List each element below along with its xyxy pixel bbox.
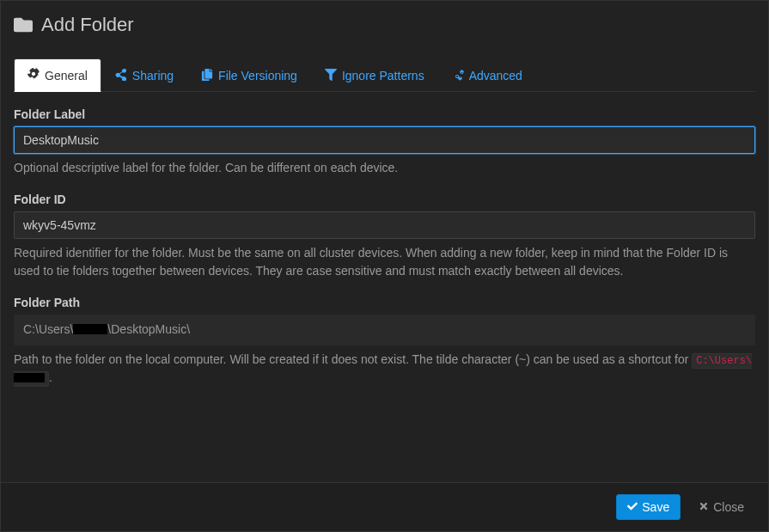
folder-path-prefix: C:\Users\ [23, 321, 73, 339]
dialog-footer: Save Close [1, 482, 768, 531]
copy-icon [201, 69, 213, 83]
cogs-icon [452, 69, 464, 83]
folder-path-help-text: Path to the folder on the local computer… [14, 352, 692, 366]
redacted-username [14, 373, 45, 382]
tab-general[interactable]: General [14, 58, 101, 92]
folder-id-help: Required identifier for the folder. Must… [14, 244, 755, 280]
share-icon [115, 69, 127, 83]
folder-path-help: Path to the folder on the local computer… [14, 351, 755, 387]
tab-advanced[interactable]: Advanced [438, 58, 536, 92]
folder-id-label: Folder ID [14, 193, 755, 206]
folder-id-input[interactable] [14, 211, 755, 239]
tab-ignore-patterns[interactable]: Ignore Patterns [311, 58, 438, 92]
check-icon [627, 500, 638, 514]
folder-path-suffix: \DesktopMusic\ [107, 321, 190, 339]
folder-path-display[interactable]: C:\Users\\DesktopMusic\ [14, 315, 755, 345]
folder-label-input[interactable] [14, 126, 755, 154]
tab-label: Advanced [469, 69, 522, 83]
gear-icon [27, 68, 40, 83]
tab-label: Sharing [132, 69, 174, 83]
folder-path-label: Folder Path [14, 296, 755, 309]
tab-label: Ignore Patterns [342, 69, 424, 83]
redacted-username [73, 324, 107, 334]
save-button[interactable]: Save [616, 494, 681, 520]
save-button-label: Save [642, 500, 669, 514]
tab-file-versioning[interactable]: File Versioning [187, 58, 311, 92]
add-folder-dialog: Add Folder General Sharing File Versioni… [0, 0, 769, 532]
folder-label-help: Optional descriptive label for the folde… [14, 159, 755, 177]
folder-path-group: Folder Path C:\Users\\DesktopMusic\ Path… [14, 296, 755, 387]
close-button[interactable]: Close [687, 494, 755, 520]
close-button-label: Close [713, 500, 744, 514]
folder-id-group: Folder ID Required identifier for the fo… [14, 193, 755, 280]
folder-path-help-suffix: . [49, 370, 52, 384]
tab-sharing[interactable]: Sharing [101, 58, 187, 92]
close-icon [699, 500, 709, 514]
dialog-body: General Sharing File Versioning Ignore P… [1, 49, 768, 482]
folder-icon [14, 15, 33, 34]
filter-icon [325, 69, 337, 83]
folder-label-label: Folder Label [14, 107, 755, 121]
dialog-title: Add Folder [41, 14, 134, 36]
tab-bar: General Sharing File Versioning Ignore P… [14, 58, 755, 92]
folder-label-group: Folder Label Optional descriptive label … [14, 107, 755, 177]
tab-label: General [45, 69, 88, 83]
tab-label: File Versioning [218, 69, 297, 83]
dialog-header: Add Folder [1, 1, 768, 49]
